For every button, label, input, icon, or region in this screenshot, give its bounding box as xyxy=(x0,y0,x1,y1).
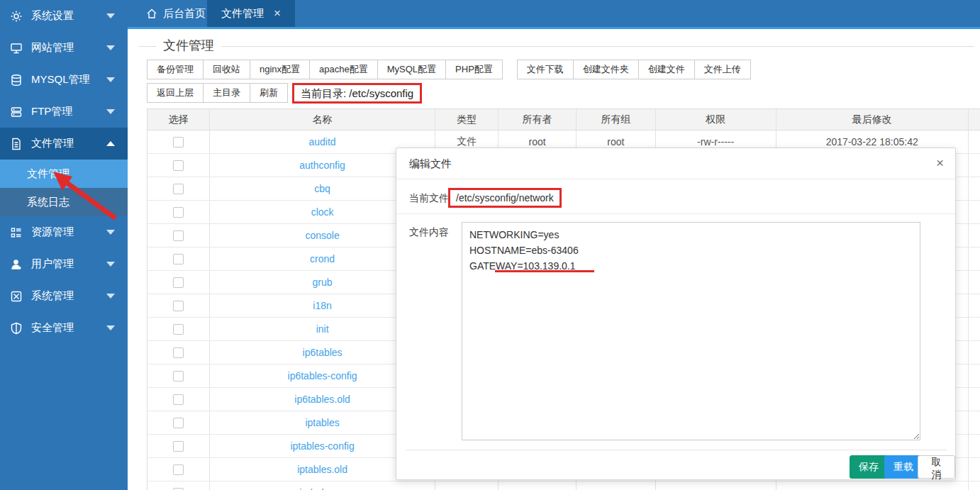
extra-cell xyxy=(969,224,980,247)
column-header-permission: 权限 xyxy=(656,109,776,130)
extra-cell xyxy=(969,341,980,364)
file-link[interactable]: ip6tables.old xyxy=(294,394,350,405)
file-content-textarea[interactable]: NETWORKING=yes HOSTNAME=ebs-63406 GATEWA… xyxy=(462,222,920,440)
modal-header: 编辑文件 × xyxy=(396,148,955,179)
row-checkbox[interactable] xyxy=(173,254,184,265)
top-tab-bar: 后台首页 文件管理 × xyxy=(128,0,980,29)
sidebar-item-website[interactable]: 网站管理 xyxy=(0,32,128,64)
sidebar-item-users[interactable]: 用户管理 xyxy=(0,248,128,280)
row-checkbox[interactable] xyxy=(173,464,184,475)
column-header-owner: 所有者 xyxy=(499,109,577,130)
config-button[interactable]: MySQL配置 xyxy=(377,60,446,79)
owner-cell xyxy=(499,481,577,490)
gear-icon xyxy=(10,10,23,23)
select-cell xyxy=(147,481,210,490)
sidebar-item-system-settings[interactable]: 系统设置 xyxy=(0,0,128,32)
row-checkbox[interactable] xyxy=(173,418,184,428)
row-checkbox[interactable] xyxy=(173,441,184,452)
row-checkbox[interactable] xyxy=(173,184,184,194)
file-link[interactable]: clock xyxy=(311,206,334,218)
tab-close-icon[interactable]: × xyxy=(274,6,281,21)
config-button[interactable]: nginx配置 xyxy=(250,60,310,79)
extra-cell xyxy=(969,247,980,270)
file-content-label: 文件内容 xyxy=(409,226,449,239)
row-checkbox[interactable] xyxy=(173,207,184,218)
sidebar-item-file-management[interactable]: 文件管理 xyxy=(0,128,128,160)
modal-close-icon[interactable]: × xyxy=(936,155,944,171)
select-cell xyxy=(147,271,210,294)
file-link[interactable]: grub xyxy=(313,277,333,288)
select-cell xyxy=(147,130,210,153)
file-action-button[interactable]: 创建文件 xyxy=(638,60,695,79)
page-title: 文件管理 xyxy=(156,37,221,54)
file-link[interactable]: crond xyxy=(310,253,335,265)
select-cell xyxy=(147,364,210,387)
table-row: irqbalance xyxy=(147,481,980,490)
file-action-button[interactable]: 创建文件夹 xyxy=(573,60,639,79)
sidebar-item-ftp[interactable]: FTP管理 xyxy=(0,96,128,128)
table-header-row: 选择 名称 类型 所有者 所有组 权限 最后修改 xyxy=(147,109,980,130)
file-link[interactable]: console xyxy=(305,230,339,241)
sidebar-item-label: 资源管理 xyxy=(31,225,74,239)
save-button[interactable]: 保存 xyxy=(850,455,888,479)
row-checkbox[interactable] xyxy=(173,137,184,147)
row-checkbox[interactable] xyxy=(173,160,184,171)
chevron-down-icon xyxy=(106,294,115,299)
navigation-button[interactable]: 刷新 xyxy=(250,83,288,103)
file-link[interactable]: ip6tables-config xyxy=(288,370,357,382)
config-button[interactable]: apache配置 xyxy=(309,60,378,79)
sidebar-item-label: 系统设置 xyxy=(31,9,74,23)
file-link[interactable]: auditd xyxy=(309,136,336,147)
select-cell xyxy=(147,201,210,223)
extra-cell xyxy=(969,318,980,340)
navigation-button[interactable]: 返回上层 xyxy=(147,83,204,103)
sidebar-subitem-file-management[interactable]: 文件管理 xyxy=(0,160,128,188)
file-link[interactable]: authconfig xyxy=(299,160,345,171)
sidebar-item-security[interactable]: 安全管理 xyxy=(0,312,128,344)
config-button[interactable]: PHP配置 xyxy=(445,60,503,79)
sidebar-subitem-system-log[interactable]: 系统日志 xyxy=(0,188,128,216)
config-button[interactable]: 备份管理 xyxy=(147,60,204,79)
file-link[interactable]: iptables.old xyxy=(297,464,347,475)
row-checkbox[interactable] xyxy=(173,324,184,335)
config-button[interactable]: 回收站 xyxy=(203,60,250,79)
toolbar-row-1: 备份管理回收站nginx配置apache配置MySQL配置PHP配置 文件下载创… xyxy=(147,60,751,79)
sidebar-item-mysql[interactable]: MYSQL管理 xyxy=(0,64,128,96)
row-checkbox[interactable] xyxy=(173,371,184,382)
row-checkbox[interactable] xyxy=(173,277,184,288)
sidebar-item-resources[interactable]: 资源管理 xyxy=(0,216,128,248)
tab-home[interactable]: 后台首页 xyxy=(138,0,214,27)
file-link[interactable]: irqbalance xyxy=(299,487,345,490)
sidebar-item-label: FTP管理 xyxy=(31,105,72,118)
navigation-button[interactable]: 主目录 xyxy=(203,83,250,103)
tab-active-label: 文件管理 xyxy=(221,7,264,21)
select-cell xyxy=(147,154,210,177)
shield-icon xyxy=(10,322,23,335)
column-header-extra xyxy=(969,109,980,130)
extra-cell xyxy=(969,177,980,200)
panel-border xyxy=(139,46,974,47)
file-link[interactable]: ip6tables xyxy=(303,347,343,358)
reload-button[interactable]: 重载 xyxy=(884,455,923,479)
tools-icon xyxy=(10,290,23,303)
resource-icon xyxy=(10,226,23,239)
file-link[interactable]: iptables xyxy=(305,417,339,428)
file-link[interactable]: cbq xyxy=(314,183,330,194)
tab-file-management[interactable]: 文件管理 × xyxy=(207,0,295,27)
file-link[interactable]: init xyxy=(316,323,329,335)
cancel-button[interactable]: 取消 xyxy=(918,455,955,479)
file-link[interactable]: i18n xyxy=(313,300,331,311)
row-checkbox[interactable] xyxy=(173,488,184,490)
file-action-button[interactable]: 文件下载 xyxy=(517,60,574,79)
sidebar-item-system-management[interactable]: 系统管理 xyxy=(0,280,128,312)
row-checkbox[interactable] xyxy=(173,347,184,358)
row-checkbox[interactable] xyxy=(173,394,184,405)
modal-title: 编辑文件 xyxy=(409,157,452,171)
row-checkbox[interactable] xyxy=(173,301,184,311)
file-link[interactable]: iptables-config xyxy=(290,440,354,452)
sidebar-item-label: 用户管理 xyxy=(31,257,74,271)
column-header-name: 名称 xyxy=(210,109,435,130)
select-cell xyxy=(147,318,210,340)
file-action-button[interactable]: 文件上传 xyxy=(694,60,751,79)
row-checkbox[interactable] xyxy=(173,230,184,241)
